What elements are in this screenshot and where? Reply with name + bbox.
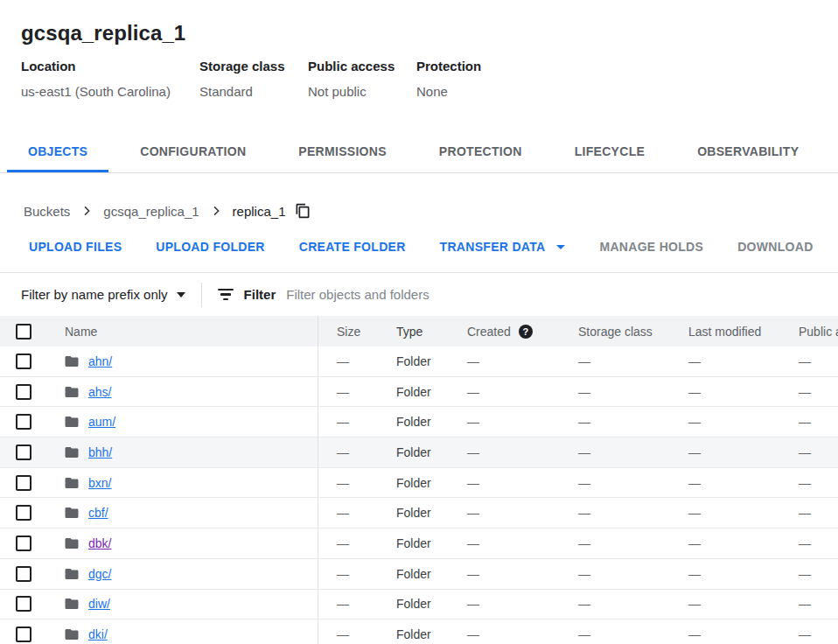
- row-checkbox[interactable]: [16, 536, 31, 551]
- tab-configuration[interactable]: CONFIGURATION: [119, 132, 267, 172]
- row-checkbox[interactable]: [16, 475, 31, 491]
- copy-path-button[interactable]: [295, 203, 311, 219]
- object-link[interactable]: aum/: [88, 415, 115, 429]
- object-link[interactable]: cbf/: [88, 506, 108, 520]
- row-checkbox[interactable]: [16, 354, 31, 369]
- object-link[interactable]: ahn/: [88, 354, 112, 368]
- row-checkbox[interactable]: [16, 626, 31, 642]
- table-row: dgc/ — Folder — — — —: [0, 559, 838, 590]
- bucket-tabs: OBJECTS CONFIGURATION PERMISSIONS PROTEC…: [0, 132, 838, 173]
- table-row: bhh/ — Folder — — — —: [0, 438, 838, 468]
- cell-storage-class: —: [562, 506, 672, 520]
- download-button[interactable]: DOWNLOAD: [727, 233, 823, 261]
- upload-files-button[interactable]: UPLOAD FILES: [18, 233, 132, 261]
- meta-public-access: Public access Not public: [308, 59, 416, 100]
- cell-last-modified: —: [672, 536, 781, 550]
- objects-toolbar: UPLOAD FILES UPLOAD FOLDER CREATE FOLDER…: [0, 221, 838, 273]
- manage-holds-button[interactable]: MANAGE HOLDS: [589, 233, 714, 261]
- caret-down-icon: [556, 245, 565, 249]
- column-header-last-modified[interactable]: Last modified: [672, 325, 781, 339]
- row-checkbox[interactable]: [16, 414, 31, 430]
- table-row: aum/ — Folder — — — —: [0, 407, 838, 438]
- tab-lifecycle[interactable]: LIFECYCLE: [554, 132, 666, 172]
- cell-storage-class: —: [562, 536, 672, 550]
- breadcrumb-bucket-name[interactable]: gcsqa_replica_1: [103, 204, 199, 219]
- cell-created: —: [453, 627, 562, 641]
- column-header-storage-class[interactable]: Storage class: [562, 325, 672, 339]
- tab-observability[interactable]: OBSERVABILITY: [676, 132, 820, 172]
- cell-type: Folder: [386, 627, 453, 641]
- help-icon[interactable]: ?: [519, 325, 533, 339]
- cell-public-access: —: [781, 627, 838, 641]
- meta-label: Protection: [416, 59, 481, 74]
- object-link[interactable]: dbk/: [88, 536, 111, 550]
- object-link[interactable]: bxn/: [88, 476, 111, 490]
- cell-type: Folder: [386, 567, 453, 581]
- upload-folder-button[interactable]: UPLOAD FOLDER: [145, 233, 275, 261]
- meta-protection: Protection None: [416, 59, 481, 100]
- object-link[interactable]: dgc/: [88, 567, 111, 581]
- caret-down-icon: [177, 292, 185, 298]
- filter-bar: Filter by name prefix only Filter: [0, 273, 838, 316]
- cell-public-access: —: [781, 597, 838, 611]
- transfer-data-button[interactable]: TRANSFER DATA: [429, 233, 576, 261]
- bucket-details-header: gcsqa_replica_1 Location us-east1 (South…: [0, 0, 838, 100]
- object-link[interactable]: diw/: [88, 597, 110, 611]
- select-all-checkbox[interactable]: [16, 324, 31, 340]
- column-header-size[interactable]: Size: [318, 316, 386, 346]
- row-checkbox[interactable]: [16, 596, 31, 612]
- object-link[interactable]: ahs/: [88, 385, 111, 399]
- cell-public-access: —: [781, 385, 838, 399]
- column-header-type[interactable]: Type: [386, 325, 453, 339]
- folder-icon: [64, 384, 80, 400]
- cell-size: —: [318, 438, 386, 467]
- tab-objects[interactable]: OBJECTS: [7, 132, 108, 172]
- cell-public-access: —: [781, 354, 838, 368]
- object-link[interactable]: bhh/: [88, 445, 112, 459]
- filter-scope-dropdown[interactable]: Filter by name prefix only: [21, 287, 185, 302]
- cell-type: Folder: [386, 597, 453, 611]
- tab-protection[interactable]: PROTECTION: [418, 132, 543, 172]
- create-folder-button[interactable]: CREATE FOLDER: [289, 233, 416, 261]
- cell-public-access: —: [781, 536, 838, 550]
- table-row: ahn/ — Folder — — — —: [0, 346, 838, 377]
- cell-public-access: —: [781, 445, 838, 459]
- filter-list-icon: [218, 289, 234, 301]
- folder-icon: [64, 596, 80, 612]
- column-header-name[interactable]: Name: [49, 325, 318, 339]
- meta-storage-class: Storage class Standard: [199, 59, 308, 100]
- meta-label: Public access: [308, 59, 416, 74]
- breadcrumb-buckets[interactable]: Buckets: [24, 204, 70, 219]
- cell-last-modified: —: [672, 354, 781, 368]
- cell-type: Folder: [386, 385, 453, 399]
- row-checkbox[interactable]: [16, 505, 31, 521]
- cell-type: Folder: [386, 536, 453, 550]
- folder-icon: [64, 566, 80, 582]
- filter-label: Filter: [244, 287, 276, 302]
- row-checkbox[interactable]: [16, 566, 31, 582]
- table-row: dbk/ — Folder — — — —: [0, 528, 838, 559]
- cell-last-modified: —: [672, 385, 781, 399]
- row-checkbox[interactable]: [16, 384, 31, 400]
- cell-created: —: [453, 476, 562, 490]
- folder-icon: [64, 626, 80, 642]
- cell-size: —: [318, 528, 386, 558]
- cell-size: —: [318, 468, 386, 498]
- cell-last-modified: —: [672, 597, 781, 611]
- table-header-row: Name Size Type Created ? Storage class L…: [0, 316, 838, 346]
- content-copy-icon: [295, 203, 311, 219]
- filter-objects-input[interactable]: [286, 282, 838, 308]
- cell-last-modified: —: [672, 445, 781, 459]
- breadcrumb-current-folder: replica_1: [233, 204, 286, 219]
- column-header-public-access[interactable]: Public access: [781, 325, 838, 339]
- cell-type: Folder: [386, 506, 453, 520]
- row-checkbox[interactable]: [16, 444, 31, 460]
- tab-permissions[interactable]: PERMISSIONS: [277, 132, 408, 172]
- cell-created: —: [453, 385, 562, 399]
- cell-created: —: [453, 597, 562, 611]
- cell-size: —: [318, 590, 386, 620]
- object-link[interactable]: dki/: [88, 627, 108, 641]
- column-header-created[interactable]: Created ?: [453, 325, 562, 339]
- folder-icon: [64, 475, 80, 491]
- meta-value: None: [416, 84, 481, 100]
